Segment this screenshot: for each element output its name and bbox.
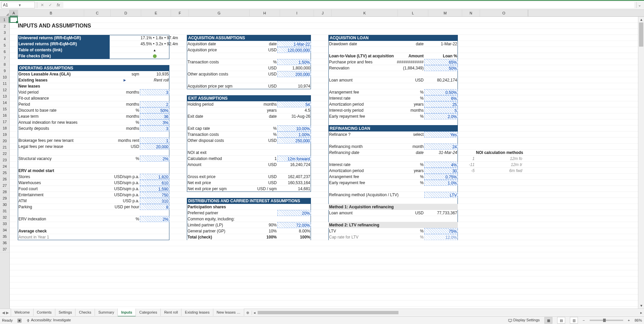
sheet-tab[interactable]: Categories: [136, 309, 161, 316]
cell[interactable]: Loan-to-Value (LTV) at acquisition: [328, 53, 394, 59]
cell[interactable]: Holding period: [187, 101, 247, 107]
cell[interactable]: 31-Aug-26: [277, 113, 311, 119]
cell[interactable]: 160,533,164: [277, 180, 311, 186]
col-header-I[interactable]: I: [280, 10, 314, 16]
row-header-6[interactable]: 6: [0, 49, 9, 55]
row-header-7[interactable]: 7: [0, 55, 9, 61]
lev-label[interactable]: Levered returns (IRR•EqM•GR): [18, 41, 110, 47]
cell[interactable]: 80,242,174: [424, 77, 458, 83]
sheet-tab[interactable]: Settings: [55, 309, 76, 316]
cell[interactable]: USD: [394, 210, 424, 216]
zoom-knob[interactable]: [603, 319, 606, 322]
vscroll-track[interactable]: [638, 22, 644, 303]
accept-formula-icon[interactable]: ✓: [47, 3, 53, 7]
row-header-11[interactable]: 11: [0, 80, 9, 87]
cell[interactable]: Stores: [18, 174, 84, 180]
sheet-tab[interactable]: Welcome: [11, 309, 34, 316]
view-page-break-button[interactable]: ▥: [570, 317, 578, 324]
row-header-30[interactable]: 30: [0, 202, 9, 208]
row-header-32[interactable]: 32: [0, 214, 9, 221]
cell[interactable]: USD: [247, 138, 277, 144]
cell[interactable]: Amortization period: [328, 101, 394, 107]
row-header-1[interactable]: 1: [0, 17, 9, 23]
cell[interactable]: 12m fo: [475, 156, 523, 162]
tab-next-icon[interactable]: ▶: [6, 311, 9, 315]
cell[interactable]: 0.50%: [424, 89, 458, 95]
cell[interactable]: Cap rate for LTV: [328, 234, 394, 240]
cell[interactable]: USD/sqm p.a.: [110, 192, 140, 198]
col-header-M[interactable]: M: [428, 10, 462, 16]
loan-header[interactable]: ACQUISITION LOAN: [328, 35, 458, 41]
cell[interactable]: 20,000: [140, 144, 169, 150]
cell[interactable]: months: [110, 125, 140, 131]
triangle-up-icon[interactable]: [140, 47, 169, 53]
macro-record-icon[interactable]: [17, 318, 21, 322]
cell[interactable]: 4.5: [277, 107, 311, 113]
row-header-20[interactable]: 20: [0, 138, 9, 144]
tab-prev-icon[interactable]: ◀: [2, 311, 5, 315]
cell[interactable]: 30: [424, 168, 458, 174]
zoom-slider[interactable]: [590, 320, 623, 321]
refi-header[interactable]: REFINANCING LOAN: [328, 125, 458, 131]
cell[interactable]: 162,407,237: [277, 174, 311, 180]
cell[interactable]: 1-Mar-22: [424, 41, 458, 47]
cell[interactable]: 31-Mar-24: [424, 150, 458, 156]
cell[interactable]: Structural vacancy: [18, 156, 84, 162]
zoom-level[interactable]: 86%: [635, 318, 642, 322]
cell[interactable]: %: [394, 162, 424, 168]
cell[interactable]: Parking: [18, 204, 84, 210]
cell[interactable]: 1: [140, 138, 169, 144]
cell[interactable]: months: [110, 101, 140, 107]
row-header-27[interactable]: 27: [0, 182, 9, 189]
cell[interactable]: USD/sqm p.a.: [110, 174, 140, 180]
row-header-12[interactable]: 12: [0, 87, 9, 93]
cell[interactable]: %: [394, 180, 424, 186]
cell[interactable]: Loan amount: [328, 77, 394, 83]
rent-roll-note[interactable]: Rent roll: [140, 77, 169, 83]
cell[interactable]: 310: [140, 198, 169, 204]
row-header-10[interactable]: 10: [0, 74, 9, 80]
cell[interactable]: 250,000: [277, 138, 311, 144]
cell[interactable]: 100%: [247, 234, 277, 240]
row-header-28[interactable]: 28: [0, 189, 9, 195]
col-header-E[interactable]: E: [141, 10, 171, 16]
new-sheet-button[interactable]: ⊕: [244, 311, 252, 315]
cell[interactable]: USD: [394, 77, 424, 83]
cell[interactable]: Acquisition date: [187, 41, 247, 47]
cell[interactable]: date: [247, 41, 277, 47]
cell[interactable]: 750: [140, 192, 169, 198]
cell[interactable]: %: [110, 156, 140, 162]
cell[interactable]: Average check: [18, 228, 84, 234]
row-header-9[interactable]: 9: [0, 68, 9, 74]
row-header-33[interactable]: 33: [0, 221, 9, 227]
cell[interactable]: months: [394, 107, 424, 113]
page-title[interactable]: INPUTS AND ASSUMPTIONS: [18, 23, 169, 29]
col-header-N[interactable]: N: [462, 10, 480, 16]
cell[interactable]: 24: [424, 144, 458, 150]
cell[interactable]: Interest rate: [328, 162, 394, 168]
cell[interactable]: Security deposits: [18, 125, 84, 131]
cell[interactable]: 1-Mar-22: [277, 41, 311, 47]
cell[interactable]: %: [247, 131, 277, 138]
cell[interactable]: %: [110, 216, 140, 222]
cell[interactable]: Refinancing method (Acquisition / LTV): [328, 192, 424, 198]
triangle-right-icon[interactable]: ►: [110, 77, 140, 83]
view-normal-button[interactable]: ▦: [544, 317, 552, 324]
cell[interactable]: 3%: [140, 119, 169, 125]
cell[interactable]: 6%: [424, 95, 458, 101]
row-header-29[interactable]: 29: [0, 195, 9, 202]
zoom-in-button[interactable]: +: [628, 318, 630, 322]
row-header-3[interactable]: 3: [0, 30, 9, 36]
chevron-down-icon[interactable]: ▼: [18, 3, 33, 7]
cell[interactable]: 1: [458, 156, 475, 162]
cell[interactable]: Total (check): [187, 234, 247, 240]
cell[interactable]: Lease term: [18, 113, 84, 119]
name-box[interactable]: A1 ▼: [1, 2, 35, 8]
cell[interactable]: 77,733,367: [424, 210, 458, 216]
col-header-O[interactable]: O: [480, 10, 528, 16]
unlev-label[interactable]: Unlevered returns (IRR•EqM•GR): [18, 35, 110, 41]
cell[interactable]: 2: [140, 101, 169, 107]
cell[interactable]: Arrangement fee: [328, 89, 394, 95]
cell[interactable]: Brokerage fees per new tenant: [18, 138, 84, 144]
cell[interactable]: Other disposal costs: [187, 138, 247, 144]
